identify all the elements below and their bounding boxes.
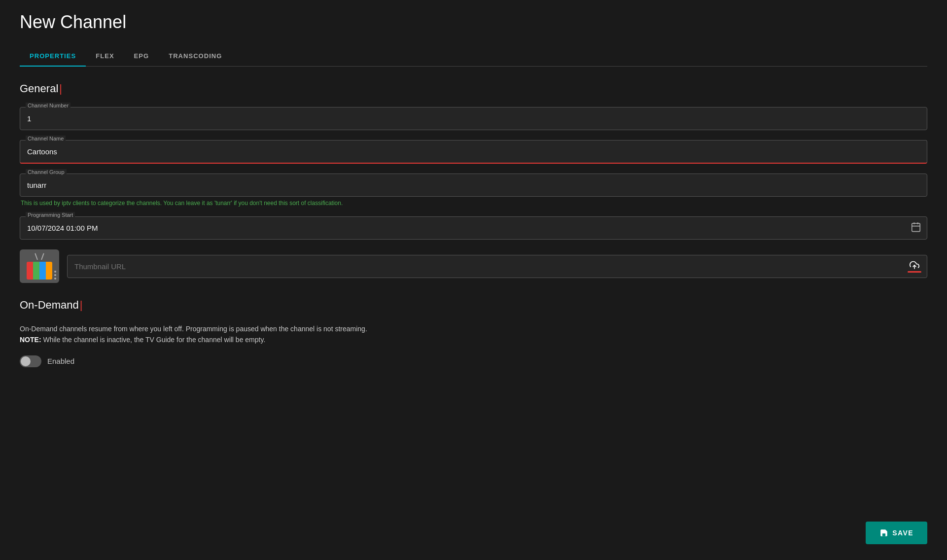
save-button[interactable]: SAVE xyxy=(866,522,927,544)
tab-transcoding[interactable]: TRANSCODING xyxy=(159,46,232,67)
tab-flex[interactable]: FLEX xyxy=(86,46,124,67)
programming-start-group: Programming Start xyxy=(20,216,927,240)
programming-start-input[interactable] xyxy=(20,216,927,240)
on-demand-toggle-row: Enabled xyxy=(20,355,927,367)
enabled-toggle[interactable] xyxy=(20,355,41,367)
channel-name-group: Channel Name xyxy=(20,140,927,164)
channel-number-input[interactable] xyxy=(20,107,927,130)
svg-rect-0 xyxy=(912,223,920,232)
tab-properties[interactable]: PROPERTIES xyxy=(20,46,86,67)
save-label: SAVE xyxy=(892,529,913,537)
datetime-wrapper xyxy=(20,216,927,240)
tv-dots xyxy=(54,271,56,280)
tv-icon xyxy=(20,249,59,283)
thumbnail-input-wrapper xyxy=(67,255,927,278)
on-demand-section: On-Demand| On-Demand channels resume fro… xyxy=(20,299,927,367)
tv-screen xyxy=(27,262,52,280)
on-demand-description: On-Demand channels resume from where you… xyxy=(20,323,927,346)
general-heading: General| xyxy=(20,82,927,95)
channel-name-label: Channel Name xyxy=(26,136,66,141)
channel-group-group: Channel Group This is used by iptv clien… xyxy=(20,174,927,207)
toggle-knob xyxy=(21,356,31,366)
thumbnail-row xyxy=(20,249,927,283)
upload-icon xyxy=(910,260,919,270)
tabs-bar: PROPERTIES FLEX EPG TRANSCODING xyxy=(20,46,927,67)
channel-number-group: Channel Number xyxy=(20,107,927,130)
channel-group-input[interactable] xyxy=(20,174,927,197)
save-icon xyxy=(879,528,888,537)
save-btn-container: SAVE xyxy=(866,522,927,544)
thumbnail-url-input[interactable] xyxy=(67,255,927,278)
upload-thumbnail-button[interactable] xyxy=(902,255,927,278)
channel-number-label: Channel Number xyxy=(26,103,70,108)
general-section: General| Channel Number Channel Name Cha… xyxy=(20,82,927,283)
page-title: New Channel xyxy=(20,12,927,33)
tv-antenna xyxy=(37,253,42,260)
programming-start-label: Programming Start xyxy=(26,212,75,218)
channel-name-input[interactable] xyxy=(20,140,927,164)
enabled-label: Enabled xyxy=(47,357,74,365)
tab-epg[interactable]: EPG xyxy=(124,46,159,67)
upload-underline xyxy=(908,271,921,273)
channel-group-label: Channel Group xyxy=(26,169,67,175)
calendar-icon-button[interactable] xyxy=(911,221,921,235)
on-demand-heading: On-Demand| xyxy=(20,299,927,312)
calendar-icon xyxy=(911,221,921,232)
channel-group-hint: This is used by iptv clients to categori… xyxy=(20,200,927,207)
